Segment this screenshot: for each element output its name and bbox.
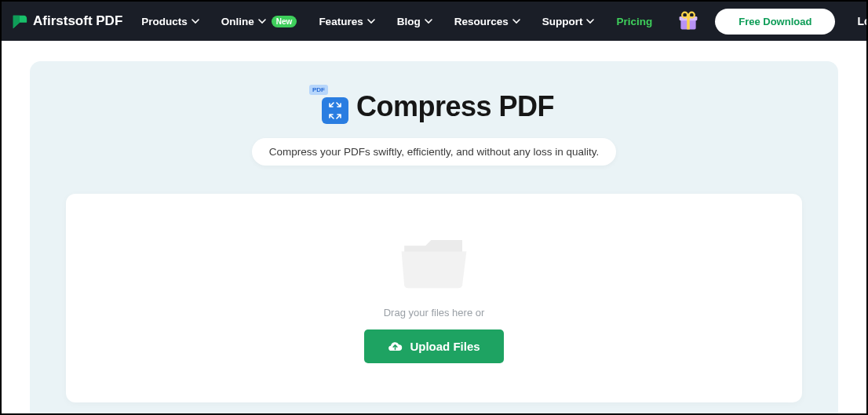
nav-online[interactable]: Online New (221, 16, 297, 27)
upload-button-label: Upload Files (410, 340, 480, 353)
drag-hint: Drag your files here or (384, 307, 485, 319)
top-nav: Afirstsoft PDF Products Online New Featu… (2, 2, 866, 41)
folder-icon (399, 231, 469, 293)
nav-blog[interactable]: Blog (397, 16, 432, 27)
chevron-down-icon (367, 17, 375, 25)
page-title: Compress PDF (356, 90, 554, 123)
title-section: PDF Compress PDF Compress your PDFs swif… (66, 89, 802, 166)
nav-blog-label: Blog (397, 16, 421, 27)
brand-logo[interactable]: Afirstsoft PDF (11, 13, 122, 30)
upload-dropzone[interactable]: Drag your files here or Upload Files (66, 194, 802, 402)
nav-resources-label: Resources (454, 16, 509, 27)
nav-products-label: Products (141, 16, 188, 27)
nav-resources[interactable]: Resources (454, 16, 520, 27)
brand-name: Afirstsoft PDF (33, 13, 122, 29)
main-nav: Products Online New Features Blog Resour… (141, 10, 699, 32)
tool-panel: PDF Compress PDF Compress your PDFs swif… (30, 61, 838, 415)
pdf-tag: PDF (309, 85, 328, 95)
upload-files-button[interactable]: Upload Files (364, 329, 503, 363)
chevron-down-icon (512, 17, 520, 25)
nav-features[interactable]: Features (319, 16, 374, 27)
new-badge: New (272, 16, 297, 27)
chevron-down-icon (258, 17, 266, 25)
compress-icon: PDF (314, 89, 348, 124)
nav-features-label: Features (319, 16, 363, 27)
chevron-down-icon (191, 17, 199, 25)
nav-products[interactable]: Products (141, 16, 199, 27)
free-download-button[interactable]: Free Download (715, 9, 835, 35)
svg-point-3 (682, 13, 687, 18)
main-content: PDF Compress PDF Compress your PDFs swif… (2, 41, 866, 415)
chevron-down-icon (425, 17, 432, 25)
logo-icon (11, 13, 28, 30)
nav-support[interactable]: Support (542, 16, 595, 27)
nav-support-label: Support (542, 16, 583, 27)
chevron-down-icon (586, 17, 594, 25)
cloud-upload-icon (388, 340, 403, 352)
svg-rect-2 (687, 16, 690, 30)
subtitle: Compress your PDFs swiftly, efficiently,… (252, 138, 617, 166)
title-row: PDF Compress PDF (314, 89, 554, 124)
gift-icon[interactable] (677, 10, 699, 32)
nav-pricing[interactable]: Pricing (616, 16, 652, 27)
login-link[interactable]: Login (857, 15, 868, 27)
nav-online-label: Online (221, 16, 254, 27)
svg-point-4 (689, 13, 695, 18)
